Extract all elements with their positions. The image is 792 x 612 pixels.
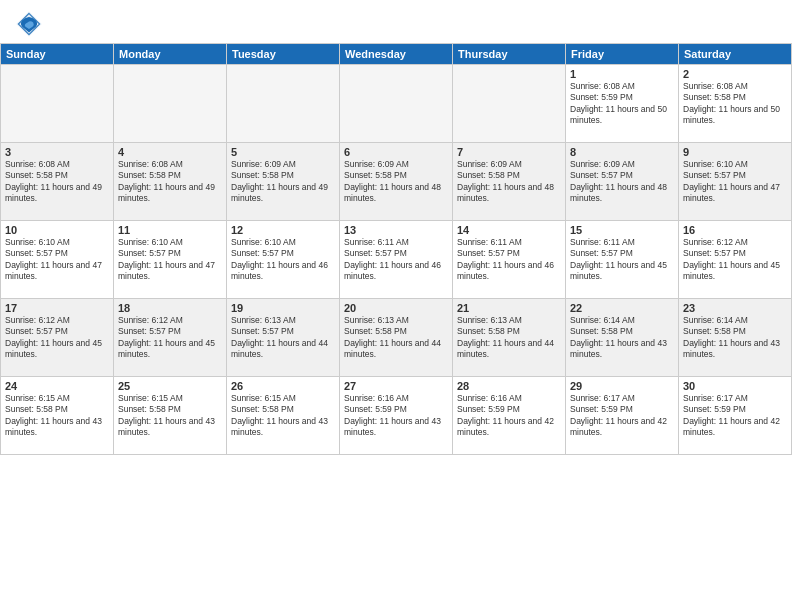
day-number: 21 bbox=[457, 302, 561, 314]
day-info: Sunrise: 6:11 AM Sunset: 5:57 PM Dayligh… bbox=[457, 237, 561, 283]
day-number: 23 bbox=[683, 302, 787, 314]
day-number: 4 bbox=[118, 146, 222, 158]
day-header-sunday: Sunday bbox=[1, 44, 114, 65]
calendar-wrap: SundayMondayTuesdayWednesdayThursdayFrid… bbox=[0, 43, 792, 455]
calendar-cell: 11Sunrise: 6:10 AM Sunset: 5:57 PM Dayli… bbox=[114, 221, 227, 299]
day-info: Sunrise: 6:12 AM Sunset: 5:57 PM Dayligh… bbox=[683, 237, 787, 283]
calendar-cell: 9Sunrise: 6:10 AM Sunset: 5:57 PM Daylig… bbox=[679, 143, 792, 221]
day-number: 29 bbox=[570, 380, 674, 392]
calendar-cell: 24Sunrise: 6:15 AM Sunset: 5:58 PM Dayli… bbox=[1, 377, 114, 455]
day-info: Sunrise: 6:13 AM Sunset: 5:58 PM Dayligh… bbox=[344, 315, 448, 361]
day-info: Sunrise: 6:08 AM Sunset: 5:58 PM Dayligh… bbox=[5, 159, 109, 205]
day-number: 2 bbox=[683, 68, 787, 80]
calendar-cell: 15Sunrise: 6:11 AM Sunset: 5:57 PM Dayli… bbox=[566, 221, 679, 299]
day-number: 26 bbox=[231, 380, 335, 392]
day-number: 9 bbox=[683, 146, 787, 158]
calendar-cell: 22Sunrise: 6:14 AM Sunset: 5:58 PM Dayli… bbox=[566, 299, 679, 377]
calendar-cell: 5Sunrise: 6:09 AM Sunset: 5:58 PM Daylig… bbox=[227, 143, 340, 221]
calendar-cell: 13Sunrise: 6:11 AM Sunset: 5:57 PM Dayli… bbox=[340, 221, 453, 299]
calendar-table: SundayMondayTuesdayWednesdayThursdayFrid… bbox=[0, 43, 792, 455]
day-number: 18 bbox=[118, 302, 222, 314]
week-row-3: 10Sunrise: 6:10 AM Sunset: 5:57 PM Dayli… bbox=[1, 221, 792, 299]
calendar-cell bbox=[227, 65, 340, 143]
calendar-cell: 21Sunrise: 6:13 AM Sunset: 5:58 PM Dayli… bbox=[453, 299, 566, 377]
day-number: 6 bbox=[344, 146, 448, 158]
calendar-cell: 16Sunrise: 6:12 AM Sunset: 5:57 PM Dayli… bbox=[679, 221, 792, 299]
day-number: 5 bbox=[231, 146, 335, 158]
week-row-1: 1Sunrise: 6:08 AM Sunset: 5:59 PM Daylig… bbox=[1, 65, 792, 143]
day-info: Sunrise: 6:08 AM Sunset: 5:58 PM Dayligh… bbox=[118, 159, 222, 205]
day-info: Sunrise: 6:10 AM Sunset: 5:57 PM Dayligh… bbox=[118, 237, 222, 283]
day-info: Sunrise: 6:16 AM Sunset: 5:59 PM Dayligh… bbox=[457, 393, 561, 439]
day-number: 1 bbox=[570, 68, 674, 80]
day-number: 24 bbox=[5, 380, 109, 392]
day-info: Sunrise: 6:08 AM Sunset: 5:58 PM Dayligh… bbox=[683, 81, 787, 127]
calendar-cell bbox=[1, 65, 114, 143]
day-info: Sunrise: 6:09 AM Sunset: 5:58 PM Dayligh… bbox=[344, 159, 448, 205]
week-row-2: 3Sunrise: 6:08 AM Sunset: 5:58 PM Daylig… bbox=[1, 143, 792, 221]
calendar-cell: 10Sunrise: 6:10 AM Sunset: 5:57 PM Dayli… bbox=[1, 221, 114, 299]
calendar-cell: 6Sunrise: 6:09 AM Sunset: 5:58 PM Daylig… bbox=[340, 143, 453, 221]
calendar-cell bbox=[114, 65, 227, 143]
week-row-4: 17Sunrise: 6:12 AM Sunset: 5:57 PM Dayli… bbox=[1, 299, 792, 377]
calendar-cell: 29Sunrise: 6:17 AM Sunset: 5:59 PM Dayli… bbox=[566, 377, 679, 455]
day-info: Sunrise: 6:13 AM Sunset: 5:57 PM Dayligh… bbox=[231, 315, 335, 361]
calendar-cell: 1Sunrise: 6:08 AM Sunset: 5:59 PM Daylig… bbox=[566, 65, 679, 143]
day-number: 22 bbox=[570, 302, 674, 314]
calendar-cell: 18Sunrise: 6:12 AM Sunset: 5:57 PM Dayli… bbox=[114, 299, 227, 377]
calendar-cell: 14Sunrise: 6:11 AM Sunset: 5:57 PM Dayli… bbox=[453, 221, 566, 299]
day-number: 3 bbox=[5, 146, 109, 158]
day-number: 8 bbox=[570, 146, 674, 158]
logo-icon bbox=[15, 10, 43, 38]
day-number: 10 bbox=[5, 224, 109, 236]
day-info: Sunrise: 6:15 AM Sunset: 5:58 PM Dayligh… bbox=[118, 393, 222, 439]
day-info: Sunrise: 6:11 AM Sunset: 5:57 PM Dayligh… bbox=[570, 237, 674, 283]
day-number: 28 bbox=[457, 380, 561, 392]
day-header-monday: Monday bbox=[114, 44, 227, 65]
calendar-cell bbox=[453, 65, 566, 143]
day-info: Sunrise: 6:10 AM Sunset: 5:57 PM Dayligh… bbox=[5, 237, 109, 283]
day-info: Sunrise: 6:11 AM Sunset: 5:57 PM Dayligh… bbox=[344, 237, 448, 283]
day-info: Sunrise: 6:09 AM Sunset: 5:57 PM Dayligh… bbox=[570, 159, 674, 205]
header bbox=[0, 0, 792, 43]
calendar-cell: 8Sunrise: 6:09 AM Sunset: 5:57 PM Daylig… bbox=[566, 143, 679, 221]
day-header-tuesday: Tuesday bbox=[227, 44, 340, 65]
day-info: Sunrise: 6:09 AM Sunset: 5:58 PM Dayligh… bbox=[231, 159, 335, 205]
day-number: 13 bbox=[344, 224, 448, 236]
day-header-saturday: Saturday bbox=[679, 44, 792, 65]
day-info: Sunrise: 6:14 AM Sunset: 5:58 PM Dayligh… bbox=[570, 315, 674, 361]
day-number: 20 bbox=[344, 302, 448, 314]
calendar-cell: 3Sunrise: 6:08 AM Sunset: 5:58 PM Daylig… bbox=[1, 143, 114, 221]
day-number: 12 bbox=[231, 224, 335, 236]
day-info: Sunrise: 6:12 AM Sunset: 5:57 PM Dayligh… bbox=[5, 315, 109, 361]
calendar-cell: 20Sunrise: 6:13 AM Sunset: 5:58 PM Dayli… bbox=[340, 299, 453, 377]
calendar-cell: 7Sunrise: 6:09 AM Sunset: 5:58 PM Daylig… bbox=[453, 143, 566, 221]
day-header-friday: Friday bbox=[566, 44, 679, 65]
day-number: 25 bbox=[118, 380, 222, 392]
day-number: 16 bbox=[683, 224, 787, 236]
calendar-cell: 2Sunrise: 6:08 AM Sunset: 5:58 PM Daylig… bbox=[679, 65, 792, 143]
calendar-cell: 25Sunrise: 6:15 AM Sunset: 5:58 PM Dayli… bbox=[114, 377, 227, 455]
day-info: Sunrise: 6:13 AM Sunset: 5:58 PM Dayligh… bbox=[457, 315, 561, 361]
day-number: 27 bbox=[344, 380, 448, 392]
calendar-cell: 27Sunrise: 6:16 AM Sunset: 5:59 PM Dayli… bbox=[340, 377, 453, 455]
day-info: Sunrise: 6:08 AM Sunset: 5:59 PM Dayligh… bbox=[570, 81, 674, 127]
calendar-cell: 12Sunrise: 6:10 AM Sunset: 5:57 PM Dayli… bbox=[227, 221, 340, 299]
day-info: Sunrise: 6:09 AM Sunset: 5:58 PM Dayligh… bbox=[457, 159, 561, 205]
day-number: 17 bbox=[5, 302, 109, 314]
day-number: 19 bbox=[231, 302, 335, 314]
calendar-cell: 26Sunrise: 6:15 AM Sunset: 5:58 PM Dayli… bbox=[227, 377, 340, 455]
week-row-5: 24Sunrise: 6:15 AM Sunset: 5:58 PM Dayli… bbox=[1, 377, 792, 455]
day-number: 30 bbox=[683, 380, 787, 392]
day-info: Sunrise: 6:17 AM Sunset: 5:59 PM Dayligh… bbox=[570, 393, 674, 439]
day-header-wednesday: Wednesday bbox=[340, 44, 453, 65]
calendar-cell: 4Sunrise: 6:08 AM Sunset: 5:58 PM Daylig… bbox=[114, 143, 227, 221]
day-number: 14 bbox=[457, 224, 561, 236]
day-number: 11 bbox=[118, 224, 222, 236]
calendar-cell: 28Sunrise: 6:16 AM Sunset: 5:59 PM Dayli… bbox=[453, 377, 566, 455]
day-info: Sunrise: 6:15 AM Sunset: 5:58 PM Dayligh… bbox=[5, 393, 109, 439]
day-info: Sunrise: 6:12 AM Sunset: 5:57 PM Dayligh… bbox=[118, 315, 222, 361]
day-info: Sunrise: 6:16 AM Sunset: 5:59 PM Dayligh… bbox=[344, 393, 448, 439]
day-info: Sunrise: 6:14 AM Sunset: 5:58 PM Dayligh… bbox=[683, 315, 787, 361]
day-number: 7 bbox=[457, 146, 561, 158]
